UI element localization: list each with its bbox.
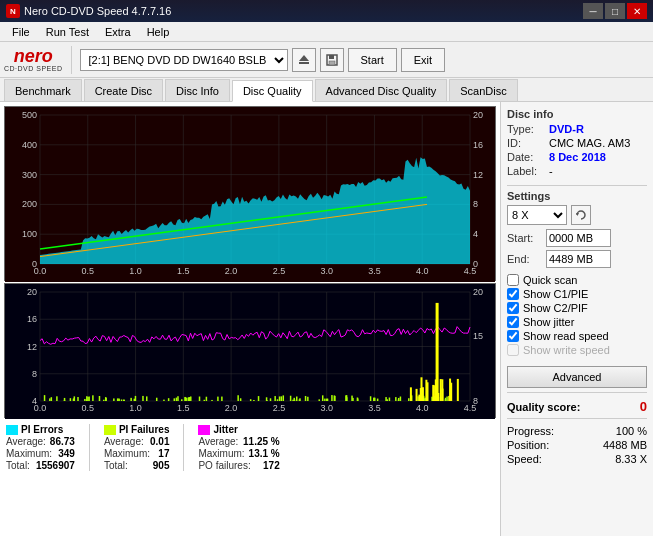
app-icon: N [6,4,20,18]
close-button[interactable]: ✕ [627,3,647,19]
nero-sub-text: CD·DVD SPEED [4,65,63,72]
progress-value: 100 % [616,425,647,437]
nero-logo-text: nero [14,47,53,65]
upper-chart-canvas [5,107,495,282]
advanced-button[interactable]: Advanced [507,366,647,388]
toolbar-separator [71,46,72,74]
pi-failures-title: PI Failures [104,424,170,435]
jitter-legend: Jitter Average: 11.25 % Maximum: 13.1 % … [198,424,279,471]
tabs: Benchmark Create Disc Disc Info Disc Qua… [0,78,653,102]
disc-date-row: Date: 8 Dec 2018 [507,151,647,163]
start-button[interactable]: Start [348,48,397,72]
settings-extra-btn[interactable] [571,205,591,225]
pi-failures-color [104,425,116,435]
position-value: 4488 MB [603,439,647,451]
maximize-button[interactable]: □ [605,3,625,19]
start-input[interactable] [546,229,611,247]
quick-scan-label: Quick scan [523,274,577,286]
disc-date-value: 8 Dec 2018 [549,151,606,163]
divider-3 [507,418,647,419]
pi-failures-legend: PI Failures Average: 0.01 Maximum: 17 To… [104,424,170,471]
upper-chart [4,106,496,281]
speed-select[interactable]: 8 X [507,205,567,225]
progress-row: Progress: 100 % [507,425,647,437]
disc-info-title: Disc info [507,108,647,120]
tab-benchmark[interactable]: Benchmark [4,79,82,101]
pi-errors-label: PI Errors [21,424,63,435]
pi-errors-color [6,425,18,435]
pi-errors-average: Average: 86.73 [6,436,75,447]
checkboxes-section: Quick scan Show C1/PIE Show C2/PIF Show … [507,274,647,356]
start-field: Start: [507,229,647,247]
show-read-speed-checkbox[interactable] [507,330,519,342]
menu-run-test[interactable]: Run Test [38,24,97,40]
po-failures: PO failures: 172 [198,460,279,471]
tab-scan-disc[interactable]: ScanDisc [449,79,517,101]
nero-logo: nero CD·DVD SPEED [4,47,63,72]
show-c2-pif-checkbox[interactable] [507,302,519,314]
end-input[interactable] [546,250,611,268]
quality-score-label: Quality score: [507,401,580,413]
quick-scan-checkbox[interactable] [507,274,519,286]
disc-label-label: Label: [507,165,545,177]
start-label: Start: [507,232,542,244]
disc-type-value: DVD-R [549,123,584,135]
disc-type-label: Type: [507,123,545,135]
minimize-button[interactable]: ─ [583,3,603,19]
save-button[interactable] [320,48,344,72]
pi-errors-maximum: Maximum: 349 [6,448,75,459]
menu-help[interactable]: Help [139,24,178,40]
show-read-speed-label: Show read speed [523,330,609,342]
divider-2 [507,392,647,393]
pi-errors-legend: PI Errors Average: 86.73 Maximum: 349 To… [6,424,75,471]
speed-value: 8.33 X [615,453,647,465]
drive-select[interactable]: [2:1] BENQ DVD DD DW1640 BSLB [80,49,288,71]
svg-rect-1 [299,62,309,64]
position-label: Position: [507,439,549,451]
speed-label: Speed: [507,453,542,465]
lower-chart-canvas [5,284,495,419]
pi-errors-title: PI Errors [6,424,75,435]
eject-button[interactable] [292,48,316,72]
title-bar-left: N Nero CD-DVD Speed 4.7.7.16 [6,4,171,18]
show-write-speed-checkbox [507,344,519,356]
show-write-speed-row: Show write speed [507,344,647,356]
end-field: End: [507,250,647,268]
disc-id-row: ID: CMC MAG. AM3 [507,137,647,149]
pi-failures-average: Average: 0.01 [104,436,170,447]
title-bar-controls[interactable]: ─ □ ✕ [583,3,647,19]
exit-button[interactable]: Exit [401,48,445,72]
quality-score-row: Quality score: 0 [507,399,647,414]
menu-extra[interactable]: Extra [97,24,139,40]
disc-id-label: ID: [507,137,545,149]
drive-selector: [2:1] BENQ DVD DD DW1640 BSLB [80,49,288,71]
pi-errors-total: Total: 1556907 [6,460,75,471]
show-c2-pif-row: Show C2/PIF [507,302,647,314]
legend-sep-2 [183,424,184,471]
pi-failures-total: Total: 905 [104,460,170,471]
jitter-label: Jitter [213,424,237,435]
show-c1-pie-checkbox[interactable] [507,288,519,300]
show-jitter-checkbox[interactable] [507,316,519,328]
show-jitter-label: Show jitter [523,316,574,328]
show-c1-pie-label: Show C1/PIE [523,288,588,300]
show-c2-pif-label: Show C2/PIF [523,302,588,314]
progress-label: Progress: [507,425,554,437]
position-row: Position: 4488 MB [507,439,647,451]
menu-bar: File Run Test Extra Help [0,22,653,42]
pi-failures-maximum: Maximum: 17 [104,448,170,459]
toolbar: nero CD·DVD SPEED [2:1] BENQ DVD DD DW16… [0,42,653,78]
disc-date-label: Date: [507,151,545,163]
menu-file[interactable]: File [4,24,38,40]
disc-info-section: Disc info Type: DVD-R ID: CMC MAG. AM3 D… [507,108,647,177]
show-jitter-row: Show jitter [507,316,647,328]
tab-advanced-disc-quality[interactable]: Advanced Disc Quality [315,79,448,101]
tab-disc-quality[interactable]: Disc Quality [232,80,313,102]
tab-create-disc[interactable]: Create Disc [84,79,163,101]
quick-scan-row: Quick scan [507,274,647,286]
main-content: PI Errors Average: 86.73 Maximum: 349 To… [0,102,653,536]
svg-rect-4 [329,61,335,65]
legend-sep-1 [89,424,90,471]
tab-disc-info[interactable]: Disc Info [165,79,230,101]
title-bar-text: Nero CD-DVD Speed 4.7.7.16 [24,5,171,17]
